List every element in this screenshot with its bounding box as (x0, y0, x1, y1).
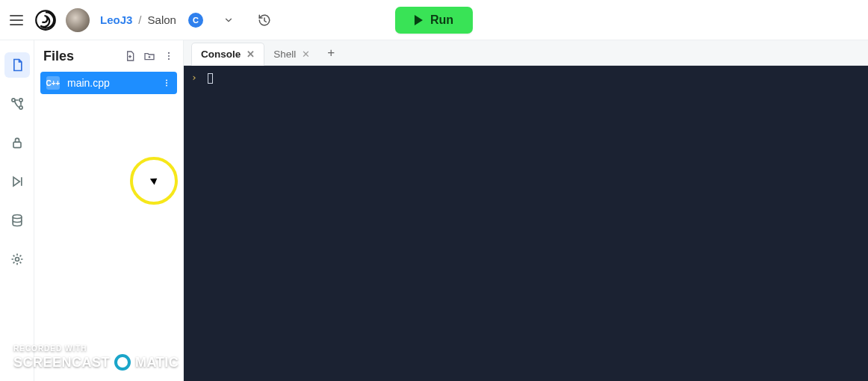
file-name: main.cpp (67, 77, 155, 89)
svg-point-2 (19, 106, 22, 109)
tab-shell[interactable]: Shell ✕ (264, 43, 319, 65)
svg-point-9 (168, 58, 170, 60)
spiral-icon (34, 9, 57, 31)
svg-point-10 (166, 80, 167, 81)
project-name[interactable]: Salon (148, 13, 176, 26)
chevron-down-icon (223, 15, 234, 25)
console-caret (208, 73, 213, 84)
settings-tool[interactable] (4, 247, 30, 272)
new-folder-icon (143, 50, 155, 62)
console-output[interactable]: › (184, 66, 868, 381)
app-logo[interactable] (33, 7, 58, 33)
new-file-icon (124, 50, 136, 62)
tab-close-console[interactable]: ✕ (247, 49, 255, 60)
play-step-icon (10, 174, 25, 189)
tab-close-shell[interactable]: ✕ (302, 49, 310, 60)
file-icon (10, 58, 25, 72)
run-button-label: Run (430, 13, 453, 27)
console-prompt: › (191, 72, 197, 83)
play-icon (415, 15, 423, 25)
database-icon (10, 213, 25, 228)
cursor-pointer-icon (150, 176, 159, 185)
watermark-line1: RECORDED WITH (13, 344, 179, 353)
menu-button[interactable] (6, 10, 27, 31)
watermark-donut-icon (114, 354, 131, 371)
vcs-tool[interactable] (4, 91, 30, 117)
watermark-brand-right: MATIC (135, 355, 179, 371)
breadcrumb: LeoJ3 / Salon C (100, 10, 275, 31)
secrets-tool[interactable] (4, 130, 30, 155)
lock-icon (10, 135, 25, 150)
add-tab-button[interactable]: + (319, 40, 343, 65)
side-toolbar (0, 40, 34, 381)
user-link[interactable]: LeoJ3 (100, 13, 132, 26)
gear-icon (10, 252, 25, 267)
cursor-highlight-ring (130, 157, 178, 205)
recording-watermark: RECORDED WITH SCREENCAST MATIC (13, 344, 179, 371)
svg-point-11 (166, 82, 167, 84)
cpp-file-icon: C++ (46, 76, 60, 90)
watermark-brand-left: SCREENCAST (13, 355, 110, 371)
tab-label: Console (201, 49, 241, 60)
breadcrumb-separator: / (138, 13, 141, 26)
tab-label: Shell (273, 49, 296, 60)
vertical-dots-icon (162, 78, 171, 87)
files-header: Files (34, 40, 183, 72)
svg-point-12 (166, 85, 167, 87)
history-button[interactable] (254, 10, 275, 31)
project-menu-button[interactable] (218, 10, 239, 31)
history-icon (258, 13, 271, 27)
file-more-button[interactable] (162, 78, 171, 87)
files-title: Files (43, 49, 74, 64)
main-area: Console ✕ Shell ✕ + › (184, 40, 868, 381)
tab-console[interactable]: Console ✕ (191, 43, 264, 66)
new-folder-button[interactable] (143, 49, 156, 63)
svg-point-3 (19, 99, 22, 102)
new-file-button[interactable] (123, 49, 137, 63)
svg-point-5 (13, 215, 22, 219)
file-item-main-cpp[interactable]: C++ main.cpp (40, 72, 177, 94)
avatar[interactable] (66, 8, 90, 32)
plus-icon: + (327, 46, 335, 61)
files-more-button[interactable] (162, 49, 176, 63)
app-header: LeoJ3 / Salon C Run (0, 0, 868, 40)
run-button[interactable]: Run (395, 7, 473, 34)
svg-point-7 (168, 52, 170, 54)
svg-point-8 (168, 55, 170, 57)
output-tabbar: Console ✕ Shell ✕ + (184, 40, 868, 66)
app-body: Files C++ main.cpp (0, 40, 868, 381)
svg-rect-4 (13, 142, 21, 148)
vertical-dots-icon (164, 51, 174, 61)
play-step-tool[interactable] (4, 169, 30, 194)
files-tool[interactable] (4, 52, 30, 78)
files-panel: Files C++ main.cpp (34, 40, 184, 381)
vcs-icon (10, 96, 25, 111)
svg-point-6 (15, 258, 19, 261)
language-badge: C (188, 13, 203, 28)
database-tool[interactable] (4, 208, 30, 233)
